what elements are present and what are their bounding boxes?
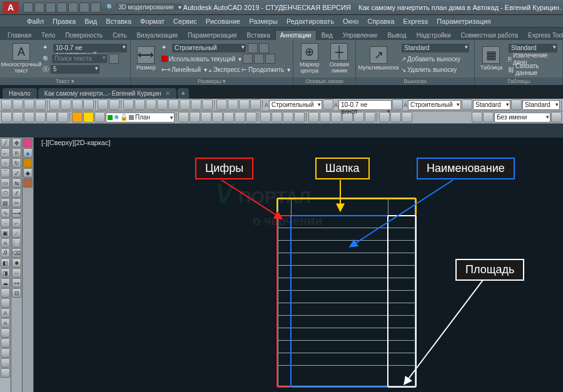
tb-c4-icon[interactable]	[511, 99, 522, 110]
tb-pan-icon[interactable]	[123, 99, 134, 110]
centermark-button[interactable]: ⊕ Маркер центра	[296, 41, 323, 76]
close-icon[interactable]: ✕	[165, 90, 170, 97]
menu-file[interactable]: Файл	[23, 18, 48, 25]
tb-cut-icon[interactable]	[49, 99, 60, 110]
tab-home[interactable]: Главная	[3, 30, 36, 40]
tb-props-icon[interactable]	[157, 99, 168, 110]
textstyle2-combo[interactable]: 10-0.7 не аннот	[338, 100, 392, 110]
tb2-y-icon[interactable]	[390, 112, 401, 123]
tb-tp-icon[interactable]	[180, 99, 190, 110]
tb-paste-icon[interactable]	[72, 99, 83, 110]
mleaderstyle-combo[interactable]: Standard	[401, 43, 470, 53]
v3c-icon[interactable]	[23, 158, 33, 168]
dimstyle2-combo[interactable]: Строительный	[269, 100, 322, 110]
point-icon[interactable]: ·	[1, 218, 10, 228]
tb2-p-icon[interactable]	[283, 112, 293, 123]
scale-icon[interactable]: ⤢	[12, 168, 21, 178]
tb2-ungroup-icon[interactable]	[483, 112, 494, 123]
qat-new-icon[interactable]	[23, 3, 33, 13]
menu-view[interactable]: Вид	[80, 18, 101, 25]
tb2-n-icon[interactable]	[260, 112, 271, 123]
menu-modify[interactable]: Редактировать	[282, 18, 338, 25]
dim-btn1-icon[interactable]	[243, 54, 253, 64]
tb-c2-icon[interactable]	[392, 99, 403, 110]
dim-flyout2-icon[interactable]	[259, 43, 269, 53]
v21-icon[interactable]	[1, 338, 10, 348]
panel-leader-title[interactable]: Выноски	[356, 78, 474, 85]
tb2-a-icon[interactable]	[1, 112, 12, 123]
tb2-o-icon[interactable]	[271, 112, 282, 123]
line-icon[interactable]: ╱	[1, 138, 10, 148]
extend-icon[interactable]: ⟶	[12, 208, 21, 218]
menu-help[interactable]: Справка	[363, 18, 398, 25]
tab-mesh[interactable]: Сеть	[108, 30, 131, 40]
extract-icon[interactable]: ⎘	[508, 56, 512, 63]
panel-text-title[interactable]: Текст ▾	[0, 78, 130, 85]
mirror-icon[interactable]: ⇋	[12, 178, 21, 188]
copy2-icon[interactable]: ⎘	[12, 148, 21, 158]
tb2-d-icon[interactable]	[35, 112, 46, 123]
menu-draw[interactable]: Рисование	[201, 18, 245, 25]
dim-flyout-icon[interactable]	[248, 43, 258, 53]
v17-icon[interactable]	[1, 298, 10, 308]
tb2-k-icon[interactable]	[223, 112, 234, 123]
v3e-icon[interactable]	[23, 178, 33, 188]
doctab-new[interactable]: +	[178, 88, 189, 99]
std2-combo[interactable]: Standard	[522, 100, 560, 110]
v22-icon[interactable]	[1, 348, 10, 358]
rect-icon[interactable]: ▭	[1, 178, 10, 188]
tablestyle-combo[interactable]: Standard	[508, 43, 558, 53]
qat-redo-icon[interactable]	[91, 3, 101, 13]
arc-icon[interactable]: ⌒	[1, 168, 10, 178]
menu-dim[interactable]: Размеры	[245, 18, 282, 25]
mtext2-icon[interactable]: Ꭿ	[1, 248, 10, 258]
addleader-icon[interactable]: ↗	[401, 56, 406, 63]
tab-param[interactable]: Параметризация	[183, 30, 242, 40]
tb-c1-icon[interactable]	[323, 99, 333, 110]
v18-icon[interactable]: A	[1, 308, 10, 318]
tb2-q-icon[interactable]	[294, 112, 305, 123]
dimlinear-icon[interactable]: ⟷	[161, 66, 170, 73]
tb2-m-icon[interactable]	[246, 112, 256, 123]
tb2-sun-icon[interactable]	[72, 112, 83, 123]
v3d-icon[interactable]: ◆	[23, 168, 33, 178]
menu-param[interactable]: Параметризация	[432, 18, 495, 25]
tb-b1-icon[interactable]	[216, 99, 227, 110]
view-label[interactable]: [-][Сверху][2D-каркас]	[41, 139, 110, 146]
tab-annotate[interactable]: Аннотации	[275, 30, 317, 40]
tb2-l-icon[interactable]	[235, 112, 245, 123]
qat-saveas-icon[interactable]	[57, 3, 67, 13]
doctab-current[interactable]: Как самому начерти...- Евгений Курицин✕	[38, 88, 176, 99]
app-logo[interactable]: A	[3, 1, 19, 14]
tb-match-icon[interactable]	[83, 99, 94, 110]
tab-solid[interactable]: Тело	[36, 30, 60, 40]
v19-icon[interactable]: A	[1, 318, 10, 328]
offset-icon[interactable]: ⫽	[12, 188, 21, 198]
tb2-e-icon[interactable]	[46, 112, 57, 123]
trim-icon[interactable]: ✂	[12, 198, 21, 208]
panel-dim-title[interactable]: Размеры ▾	[131, 78, 293, 85]
tb-save-icon[interactable]	[24, 99, 34, 110]
tb2-i-icon[interactable]	[201, 112, 211, 123]
break-icon[interactable]: ⊟	[12, 288, 21, 298]
dim-btn3-icon[interactable]	[265, 54, 275, 64]
tab-insert[interactable]: Вставка	[242, 30, 275, 40]
tb-zoom-icon[interactable]	[134, 99, 145, 110]
tb2-b-icon[interactable]	[13, 112, 23, 123]
table-button[interactable]: ▦ Таблица	[477, 41, 505, 76]
rotate-icon[interactable]: ↻	[12, 158, 21, 168]
mleader-button[interactable]: ↗ Мультивыноска	[358, 41, 398, 76]
tab-view[interactable]: Вид	[317, 30, 338, 40]
drawing-canvas[interactable]: [-][Сверху][2D-каркас] V ПОРТАЛ о черчен…	[34, 138, 563, 392]
tb-copy-icon[interactable]	[61, 99, 71, 110]
v3a-icon[interactable]	[23, 138, 33, 148]
array-icon[interactable]: ⋮⋮	[12, 238, 21, 248]
tb-b2-icon[interactable]	[228, 99, 238, 110]
link-icon[interactable]: ⛓	[508, 66, 514, 73]
text2-icon[interactable]: A	[1, 238, 10, 248]
tb2-c-icon[interactable]	[24, 112, 34, 123]
tab-manage[interactable]: Управление	[338, 30, 383, 40]
erase-icon[interactable]: ⌫	[12, 248, 21, 258]
tab-express[interactable]: Express Tools	[523, 30, 563, 40]
tb2-g-icon[interactable]	[178, 112, 189, 123]
